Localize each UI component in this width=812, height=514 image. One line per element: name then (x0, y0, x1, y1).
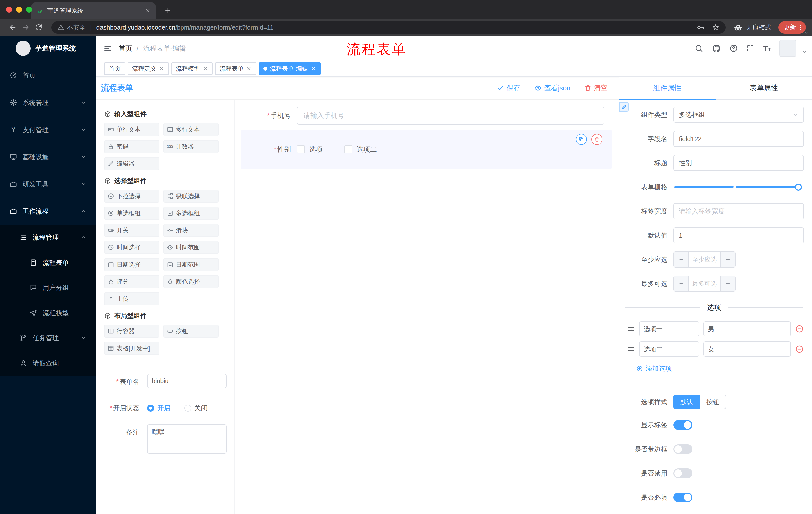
github-icon[interactable] (712, 44, 721, 53)
title-input[interactable] (673, 155, 804, 171)
option-style-default-button[interactable]: 默认 (673, 395, 700, 409)
add-option-button[interactable]: 添加选项 (636, 364, 804, 373)
palette-item-time-picker[interactable]: 时间选择 (104, 241, 159, 254)
minimize-window-button[interactable] (16, 6, 22, 12)
increase-button[interactable] (720, 276, 735, 291)
palette-item-date-range[interactable]: 日期范围 (163, 258, 219, 271)
close-icon[interactable] (159, 66, 164, 72)
forward-button[interactable] (19, 21, 32, 34)
option-style-button-button[interactable]: 按钮 (700, 395, 726, 409)
option-1-value-input[interactable] (703, 321, 791, 336)
sidebar-item-process-form[interactable]: 流程表单 (0, 250, 96, 275)
avatar[interactable] (779, 40, 796, 57)
palette-item-rate[interactable]: 评分 (104, 275, 159, 288)
clear-button[interactable]: 清空 (584, 83, 608, 92)
chevron-down-icon[interactable] (802, 49, 807, 54)
default-value-input[interactable] (673, 227, 804, 243)
tab-component-props[interactable]: 组件属性 (619, 77, 716, 99)
sidebar-item-payment[interactable]: ¥ 支付管理 (0, 116, 96, 143)
option-2-name-input[interactable] (639, 342, 699, 357)
menu-dots-icon[interactable] (797, 24, 805, 31)
palette-item-color-picker[interactable]: 颜色选择 (163, 275, 219, 288)
decrease-button[interactable] (674, 276, 689, 291)
palette-item-button[interactable]: 按钮 (163, 325, 219, 338)
sidebar-item-process-model[interactable]: 流程模型 (0, 300, 96, 325)
address-bar[interactable]: 不安全 | dashboard.yudao.iocoder.cn /bpm/ma… (51, 21, 726, 34)
browser-tab[interactable]: 芋道管理系统 (31, 2, 156, 19)
required-toggle[interactable] (673, 493, 692, 502)
sidebar-item-system[interactable]: 系统管理 (0, 89, 96, 116)
close-icon[interactable] (311, 66, 316, 72)
help-icon[interactable] (729, 44, 738, 53)
search-icon[interactable] (695, 44, 703, 53)
close-window-button[interactable] (6, 6, 12, 12)
close-icon[interactable] (203, 66, 208, 72)
palette-item-password[interactable]: 密码 (104, 140, 159, 153)
sidebar-item-user-group[interactable]: 用户分组 (0, 275, 96, 300)
slider-handle[interactable] (795, 184, 802, 191)
max-select-stepper[interactable]: 最多可选 (673, 276, 736, 292)
breadcrumb-home[interactable]: 首页 (119, 44, 132, 53)
link-handle-button[interactable] (619, 102, 629, 112)
sidebar-item-home[interactable]: 首页 (0, 62, 96, 89)
option-2-value-input[interactable] (703, 342, 791, 357)
password-key-icon[interactable] (696, 23, 704, 31)
tag-process-form-edit-active[interactable]: 流程表单-编辑 (259, 62, 321, 75)
collapse-sidebar-button[interactable] (96, 36, 119, 61)
form-name-input[interactable] (147, 374, 227, 388)
palette-item-multi-line-text[interactable]: 多行文本 (163, 123, 219, 136)
form-canvas[interactable]: *手机号 *性别 选项一 (235, 100, 618, 514)
close-icon[interactable] (246, 66, 252, 72)
status-on-radio[interactable]: 开启 (147, 404, 170, 412)
status-off-radio[interactable]: 关闭 (184, 404, 207, 412)
tab-form-props[interactable]: 表单属性 (716, 77, 812, 99)
remove-option-icon[interactable] (795, 324, 804, 333)
sidebar-item-workflow[interactable]: 工作流程 (0, 198, 96, 225)
field-name-input[interactable] (673, 131, 804, 147)
min-select-value[interactable]: 至少应选 (689, 252, 720, 267)
sidebar-item-process-management[interactable]: 流程管理 (0, 225, 96, 250)
grid-slider[interactable] (674, 186, 800, 188)
palette-item-slider[interactable]: 滑块 (163, 224, 219, 237)
palette-item-table[interactable]: 表格[开发中] (104, 342, 159, 355)
tag-home[interactable]: 首页 (104, 62, 125, 75)
window-controls[interactable] (6, 6, 32, 12)
palette-item-cascader[interactable]: 级联选择 (163, 190, 219, 203)
max-select-value[interactable]: 最多可选 (689, 276, 720, 291)
palette-item-upload[interactable]: 上传 (104, 292, 159, 305)
sidebar-item-leave-query[interactable]: 请假查询 (0, 351, 96, 376)
remove-option-icon[interactable] (795, 345, 804, 354)
option-1-name-input[interactable] (639, 321, 699, 336)
gender-option-2-checkbox[interactable]: 选项二 (344, 145, 377, 154)
reload-button[interactable] (32, 21, 45, 34)
browser-update-button[interactable]: 更新 (778, 21, 806, 34)
palette-item-row-container[interactable]: 行容器 (104, 325, 159, 338)
sidebar-item-task-management[interactable]: 任务管理 (0, 325, 96, 351)
tag-process-form[interactable]: 流程表单 (215, 62, 256, 75)
canvas-field-phone[interactable]: *手机号 (241, 107, 611, 125)
palette-item-date-picker[interactable]: 日期选择 (104, 258, 159, 271)
show-label-toggle[interactable] (673, 420, 692, 430)
save-button[interactable]: 保存 (497, 83, 520, 92)
tab-close-icon[interactable] (145, 8, 151, 13)
phone-input[interactable] (297, 107, 605, 125)
canvas-field-gender-selected[interactable]: *性别 选项一 选项二 (241, 130, 611, 169)
palette-item-radio-group[interactable]: 单选框组 (104, 207, 159, 220)
gender-option-1-checkbox[interactable]: 选项一 (297, 145, 329, 154)
remark-textarea[interactable]: 嘿嘿 (147, 425, 227, 454)
bookmark-star-icon[interactable] (712, 23, 720, 31)
new-tab-button[interactable] (161, 3, 175, 18)
view-json-button[interactable]: 查看json (534, 83, 570, 92)
drag-handle-icon[interactable] (627, 345, 635, 353)
security-status[interactable]: 不安全 (57, 23, 86, 32)
component-type-select[interactable]: 多选框组 (673, 107, 804, 123)
fullscreen-icon[interactable] (747, 44, 754, 52)
copy-widget-button[interactable] (576, 134, 587, 145)
palette-item-checkbox-group[interactable]: 多选框组 (163, 207, 219, 220)
palette-item-time-range[interactable]: 时间范围 (163, 241, 219, 254)
palette-item-single-line-text[interactable]: 单行文本 (104, 123, 159, 136)
sidebar-item-infrastructure[interactable]: 基础设施 (0, 143, 96, 170)
chevron-down-icon[interactable] (804, 31, 809, 35)
tag-process-model[interactable]: 流程模型 (171, 62, 212, 75)
increase-button[interactable] (720, 252, 735, 267)
